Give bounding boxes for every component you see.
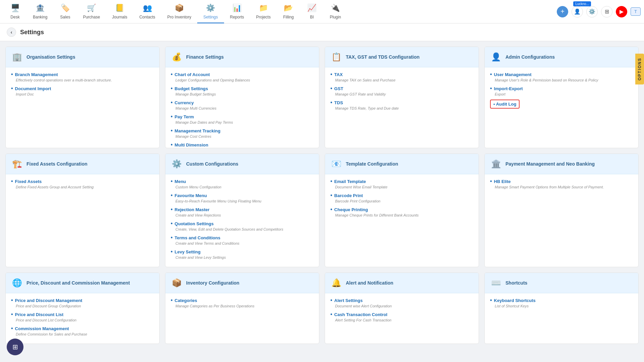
card-item: Budget Settings Manage Budget Settings (171, 85, 314, 96)
card-item-desc: Manage Budget Settings (175, 92, 314, 96)
nav-item-contacts[interactable]: 👥 Contacts (133, 0, 161, 23)
card-item-title[interactable]: Price and Discount List (11, 311, 154, 317)
card-item-title[interactable]: Menu (171, 178, 314, 184)
card-body: Menu Custom Menu Configuration Favourite… (165, 174, 319, 267)
card-item-title[interactable]: Categories (171, 297, 314, 303)
lucknow-badge: Luckno... (573, 1, 591, 6)
card-item-desc: Manage GST Rate and Validity (335, 92, 473, 96)
card-icon: ⌨️ (490, 277, 502, 289)
card-item: Categories Manage Categories as Per Busi… (171, 297, 314, 308)
nav-item-reports[interactable]: 📊 Reports (224, 0, 250, 23)
card-item-title[interactable]: Quotation Settings (171, 221, 314, 227)
card-header: 🔔 Alert and Notification (325, 273, 479, 293)
card-icon: ⚙️ (171, 158, 183, 170)
card-icon: 💰 (171, 51, 183, 63)
nav-label-bi: BI (310, 15, 314, 19)
grid-button[interactable]: ⊞ (601, 6, 612, 17)
nav-icon-bi: 📈 (307, 3, 317, 13)
card-item-title[interactable]: Chart of Account (171, 71, 314, 77)
nav-item-filling[interactable]: 📂 Filling (277, 0, 300, 23)
card-item-title[interactable]: Budget Settings (171, 85, 314, 92)
card-item-title[interactable]: • Audit Log (493, 102, 516, 107)
card-item-title[interactable]: Barcode Print (330, 192, 473, 198)
nav-items: 🖥️ Desk 🏦 Banking 🏷️ Sales 🛒 Purchase 📒 … (3, 0, 557, 23)
card-item: Keyboard Shortcuts List of Shortcut Keys (490, 297, 633, 308)
card-item-title[interactable]: Email Template (330, 178, 473, 184)
youtube-button[interactable]: ▶ (616, 6, 627, 17)
nav-icon-plugin: 🔌 (330, 3, 341, 13)
card-item-title[interactable]: Favourite Menu (171, 192, 314, 198)
nav-icon-contacts: 👥 (142, 3, 153, 13)
card-item-title[interactable]: Price and Discount Management (11, 297, 154, 303)
card-finance-settings: 💰 Finance Settings Chart of Account Ledg… (165, 47, 319, 148)
profile-button[interactable]: 👤 (572, 6, 583, 17)
card-item-title[interactable]: TAX (330, 71, 473, 77)
options-sidebar[interactable]: OPTIONS (635, 54, 644, 84)
card-icon: 🏢 (11, 51, 23, 63)
card-item-title[interactable]: Alert Settings (330, 297, 473, 303)
nav-item-banking[interactable]: 🏦 Banking (27, 0, 53, 23)
nav-icon-settings: ⚙️ (205, 3, 216, 13)
card-title: Organisation Settings (26, 54, 75, 60)
card-item-title[interactable]: Branch Management (11, 71, 154, 77)
card-item-title[interactable]: Terms and Conditions (171, 235, 314, 241)
card-item-title[interactable]: Import-Export (490, 85, 633, 92)
nav-icon-filling: 📂 (283, 3, 294, 13)
card-item-title[interactable]: Fixed Assets (11, 178, 154, 184)
card-icon: 📧 (330, 158, 342, 170)
nav-item-desk[interactable]: 🖥️ Desk (3, 0, 27, 23)
card-item-desc: Manage Multi Currencies (175, 106, 314, 110)
card-title: Price, Discount and Commission Managemen… (26, 280, 130, 286)
card-item-title[interactable]: Keyboard Shortcuts (490, 297, 633, 303)
card-item: HB Elite Manage Smart Payment Options fr… (490, 178, 633, 189)
nav-label-sales: Sales (60, 15, 70, 19)
card-item: Favourite Menu Easy-to-Reach Favourite M… (171, 192, 314, 203)
card-item-title[interactable]: Commission Management (11, 325, 154, 331)
card-item-title[interactable]: Management Tracking (171, 128, 314, 134)
card-item-desc: Manage TAX on Sales and Purchase (335, 78, 473, 82)
card-header: 💰 Finance Settings (165, 47, 319, 67)
card-body: User Management Manage User's Role & Per… (485, 67, 638, 116)
card-item: Cash Transaction Control Alert Setting F… (330, 311, 473, 322)
card-item-title[interactable]: TDS (330, 100, 473, 106)
add-button[interactable]: + (557, 6, 568, 17)
nav-label-desk: Desk (10, 15, 19, 19)
nav-item-pro-inventory[interactable]: 📦 Pro Inventory (161, 0, 197, 23)
nav-item-plugin[interactable]: 🔌 Plugin (324, 0, 347, 23)
card-item: Import-Export Export (490, 85, 633, 96)
card-item-title[interactable]: Cheque Printing (330, 206, 473, 213)
nav-item-settings[interactable]: ⚙️ Settings (197, 0, 224, 23)
nav-label-journals: Journals (112, 15, 127, 19)
card-item: Chart of Account Ledger Configurations a… (171, 71, 314, 82)
card-item-title[interactable]: Levy Setting (171, 249, 314, 255)
card-item-title[interactable]: HB Elite (490, 178, 633, 184)
nav-right: Luckno... + 👤 ⚙️ ⊞ ▶ T (557, 6, 641, 17)
nav-item-projects[interactable]: 📁 Projects (250, 0, 277, 23)
card-item-title[interactable]: Rejection Master (171, 206, 314, 213)
card-item-desc: Manage TDS Rate, Type and Due date (335, 106, 473, 110)
card-body: Categories Manage Categories as Per Busi… (165, 293, 319, 315)
user-button[interactable]: T (631, 7, 641, 16)
nav-label-filling: Filling (283, 15, 293, 19)
nav-item-purchase[interactable]: 🛒 Purchase (77, 0, 106, 23)
card-item-title[interactable]: GST (330, 85, 473, 92)
card-item-desc: List of Shortcut Keys (495, 304, 633, 308)
card-item-title[interactable]: Document Import (11, 85, 154, 92)
card-item-title[interactable]: Currency (171, 100, 314, 106)
settings-button[interactable]: ⚙️ (586, 6, 598, 17)
nav-item-bi[interactable]: 📈 BI (300, 0, 324, 23)
card-item: User Management Manage User's Role & Per… (490, 71, 633, 82)
card-item: Fixed Assets Define Fixed Assets Group a… (11, 178, 154, 189)
back-button[interactable]: ‹ (7, 27, 16, 37)
card-item-title[interactable]: Multi Dimension (171, 142, 314, 148)
floating-apps-button[interactable]: ⊞ (7, 339, 23, 355)
card-item: Terms and Conditions Create and View Ter… (171, 235, 314, 245)
nav-item-sales[interactable]: 🏷️ Sales (53, 0, 77, 23)
nav-item-journals[interactable]: 📒 Journals (106, 0, 133, 23)
card-item-desc: Define Commission for Sales and Purchase (16, 332, 154, 336)
main-content: 🏢 Organisation Settings Branch Managemen… (0, 41, 644, 349)
card-item-title[interactable]: Pay Term (171, 114, 314, 120)
card-item-title[interactable]: Cash Transaction Control (330, 311, 473, 317)
card-item-title[interactable]: User Management (490, 71, 633, 77)
card-body: Alert Settings Document wise Alert Confi… (325, 293, 479, 329)
